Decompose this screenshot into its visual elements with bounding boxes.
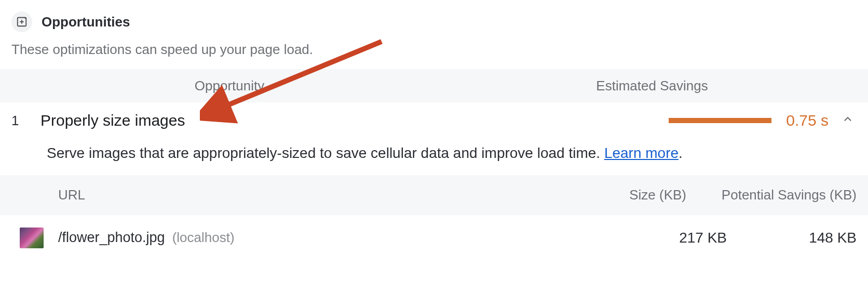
opportunities-icon <box>11 11 32 32</box>
resource-host: (localhost) <box>172 230 235 246</box>
resource-path: /flower_photo.jpg <box>58 230 165 246</box>
section-header: Opportunities <box>0 0 868 37</box>
savings-bar-fill <box>669 118 771 123</box>
description-period: . <box>679 145 683 161</box>
resource-thumbnail <box>20 228 44 248</box>
opportunity-name: Properly size images <box>40 112 447 129</box>
resource-size: 217 KB <box>602 230 727 246</box>
chevron-up-icon[interactable] <box>839 113 857 128</box>
learn-more-link[interactable]: Learn more <box>604 145 679 161</box>
resource-potential-savings: 148 KB <box>727 230 857 246</box>
savings-bar <box>669 118 771 123</box>
section-subtitle: These optimizations can speed up your pa… <box>0 37 868 69</box>
opportunity-index: 1 <box>11 113 40 129</box>
column-potential-label: Potential Savings (KB) <box>686 186 857 204</box>
resource-url[interactable]: /flower_photo.jpg (localhost) <box>44 230 602 246</box>
section-title: Opportunities <box>42 14 130 30</box>
opportunity-row[interactable]: 1 Properly size images 0.75 s <box>0 102 868 139</box>
column-savings-label: Estimated Savings <box>447 78 857 94</box>
column-url-label: URL <box>11 187 562 203</box>
opportunity-description: Serve images that are appropriately-size… <box>0 139 868 175</box>
opportunity-columns-header: Opportunity Estimated Savings <box>0 69 868 102</box>
opportunity-description-text: Serve images that are appropriately-size… <box>47 145 604 161</box>
column-size-label: Size (KB) <box>562 187 686 203</box>
resource-table-header: URL Size (KB) Potential Savings (KB) <box>0 175 868 215</box>
opportunity-savings-cell: 0.75 s <box>447 112 857 129</box>
savings-value: 0.75 s <box>782 112 829 129</box>
table-row: /flower_photo.jpg (localhost) 217 KB 148… <box>0 215 868 261</box>
column-opportunity-label: Opportunity <box>11 78 447 94</box>
